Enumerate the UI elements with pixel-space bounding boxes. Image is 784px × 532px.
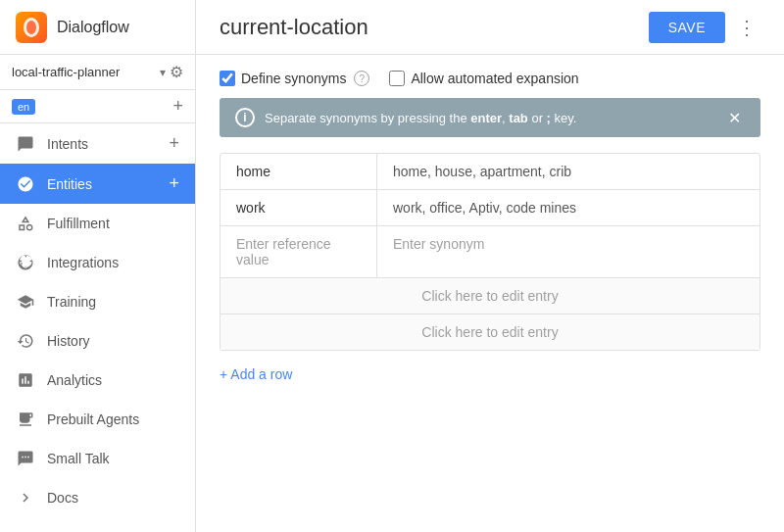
- save-button[interactable]: SAVE: [649, 12, 725, 43]
- more-options-icon[interactable]: ⋮: [733, 12, 760, 43]
- table-row-input[interactable]: Enter reference value Enter synonym: [220, 226, 760, 278]
- allow-expansion-input[interactable]: [389, 71, 405, 86]
- sidebar-header: Dialogflow: [0, 0, 195, 55]
- sidebar-item-entities[interactable]: Entities +: [0, 164, 195, 204]
- click-edit-label[interactable]: Click here to edit entry: [220, 314, 760, 350]
- click-edit-row[interactable]: Click here to edit entry: [220, 278, 760, 314]
- syn-value[interactable]: work, office, Aptiv, code mines: [377, 190, 760, 225]
- options-row: Define synonyms ? Allow automated expans…: [220, 71, 760, 86]
- sidebar-item-prebuilt-agents[interactable]: Prebuilt Agents: [0, 400, 195, 439]
- docs-label: Docs: [47, 490, 179, 506]
- training-label: Training: [47, 294, 179, 310]
- allow-expansion-label: Allow automated expansion: [411, 71, 578, 86]
- small-talk-label: Small Talk: [47, 451, 179, 466]
- analytics-icon: [16, 370, 35, 390]
- define-synonyms-input[interactable]: [220, 71, 235, 86]
- add-lang-button[interactable]: +: [172, 96, 183, 117]
- logo-icon: [16, 12, 47, 43]
- info-banner: i Separate synonyms by pressing the ente…: [220, 98, 760, 137]
- define-synonyms-label: Define synonyms: [241, 71, 346, 86]
- syn-value[interactable]: home, house, apartment, crib: [377, 154, 760, 189]
- logo-text: Dialogflow: [57, 19, 129, 36]
- entities-label: Entities: [47, 176, 169, 192]
- sidebar-item-intents[interactable]: Intents +: [0, 123, 195, 164]
- info-icon: i: [235, 108, 255, 127]
- main-header: current-location SAVE ⋮: [196, 0, 784, 55]
- small-talk-icon: [16, 449, 35, 468]
- table-row[interactable]: home home, house, apartment, crib: [220, 154, 760, 190]
- prebuilt-agents-label: Prebuilt Agents: [47, 411, 179, 427]
- sidebar-item-docs[interactable]: Docs: [0, 478, 195, 517]
- sidebar-item-integrations[interactable]: Integrations: [0, 243, 195, 282]
- fulfillment-icon: [16, 214, 35, 233]
- integrations-label: Integrations: [47, 255, 179, 270]
- sidebar-item-small-talk[interactable]: Small Talk: [0, 439, 195, 478]
- lang-row: en +: [0, 90, 195, 123]
- add-intent-button[interactable]: +: [169, 133, 179, 154]
- syn-input-placeholder[interactable]: Enter synonym: [377, 226, 760, 277]
- info-close-button[interactable]: ✕: [724, 109, 745, 127]
- click-edit-label[interactable]: Click here to edit entry: [220, 278, 760, 314]
- add-entity-button[interactable]: +: [169, 173, 179, 194]
- agent-name: local-traffic-planner: [12, 65, 156, 79]
- prebuilt-icon: [16, 410, 35, 429]
- history-icon: [16, 331, 35, 351]
- info-banner-text: Separate synonyms by pressing the enter,…: [265, 111, 724, 125]
- fulfillment-label: Fulfillment: [47, 216, 179, 231]
- ref-value[interactable]: home: [220, 154, 377, 189]
- training-icon: [16, 292, 35, 312]
- allow-expansion-checkbox[interactable]: Allow automated expansion: [389, 71, 578, 86]
- sidebar-item-analytics[interactable]: Analytics: [0, 361, 195, 400]
- ref-input-placeholder[interactable]: Enter reference value: [220, 226, 377, 277]
- docs-icon: [16, 488, 35, 508]
- integrations-icon: [16, 253, 35, 272]
- sidebar-item-history[interactable]: History: [0, 321, 195, 361]
- entities-icon: [16, 174, 35, 194]
- sidebar-item-training[interactable]: Training: [0, 282, 195, 321]
- sidebar-item-fulfillment[interactable]: Fulfillment: [0, 204, 195, 243]
- lang-badge[interactable]: en: [12, 99, 35, 115]
- click-edit-row[interactable]: Click here to edit entry: [220, 314, 760, 350]
- add-row-button[interactable]: + Add a row: [220, 366, 292, 382]
- main-body: Define synonyms ? Allow automated expans…: [196, 55, 784, 532]
- intents-label: Intents: [47, 136, 169, 152]
- page-title: current-location: [220, 15, 649, 40]
- help-icon[interactable]: ?: [354, 71, 369, 86]
- analytics-label: Analytics: [47, 372, 179, 388]
- main-content: current-location SAVE ⋮ Define synonyms …: [196, 0, 784, 532]
- entity-table: home home, house, apartment, crib work w…: [220, 153, 760, 351]
- table-row[interactable]: work work, office, Aptiv, code mines: [220, 190, 760, 226]
- agent-arrow-icon: ▾: [160, 66, 166, 79]
- agent-selector[interactable]: local-traffic-planner ▾ ⚙: [0, 55, 195, 90]
- sidebar: Dialogflow local-traffic-planner ▾ ⚙ en …: [0, 0, 196, 532]
- agent-settings-icon[interactable]: ⚙: [170, 63, 183, 81]
- history-label: History: [47, 333, 179, 349]
- chat-icon: [16, 134, 35, 154]
- ref-value[interactable]: work: [220, 190, 377, 225]
- svg-point-2: [26, 21, 36, 34]
- define-synonyms-checkbox[interactable]: Define synonyms ?: [220, 71, 369, 86]
